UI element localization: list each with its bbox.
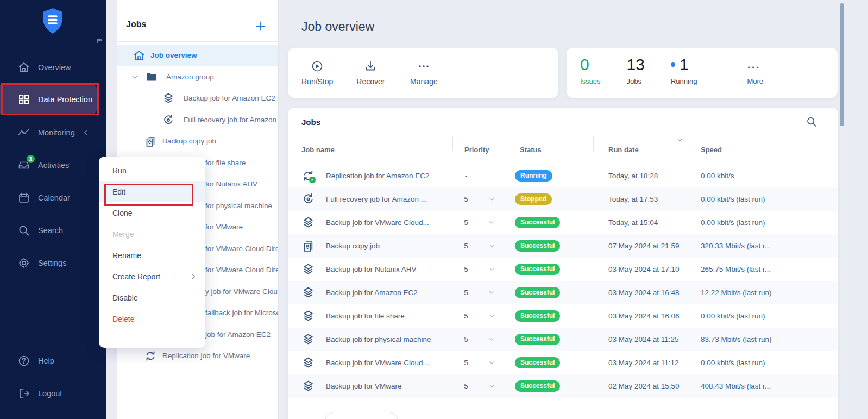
table-row[interactable]: Backup job for VMware Cloud... 5 Success… — [288, 351, 838, 374]
menu-item-edit[interactable]: Edit — [99, 181, 205, 202]
tree-item-replication-job-vmware[interactable]: Replication job for VMware — [117, 345, 279, 367]
backup-job-icon — [301, 262, 315, 276]
column-header-speed[interactable]: Speed — [701, 136, 722, 164]
recover-button[interactable]: Recover — [355, 60, 386, 86]
calendar-icon — [17, 191, 30, 204]
backup-job-icon — [301, 286, 315, 299]
column-separator — [694, 136, 694, 151]
table-row[interactable]: Backup job for VMware 5 Successful 02 Ma… — [288, 374, 838, 398]
tree-item-partial[interactable]: job for Amazon EC2 — [205, 324, 271, 346]
table-row[interactable]: Backup job for Amazon EC2 5 Successful 0… — [288, 281, 838, 304]
column-header-run-date[interactable]: Run date — [608, 136, 639, 164]
column-header-priority[interactable]: Priority — [464, 136, 489, 164]
status-badge: Successful — [515, 264, 560, 275]
tree-item-partial[interactable]: failback job for Microsof — [205, 302, 279, 324]
priority-dropdown-chevron-icon[interactable] — [488, 359, 496, 367]
running-dot-icon — [671, 62, 675, 67]
menu-item-delete[interactable]: Delete — [99, 308, 205, 329]
table-row[interactable]: Full recovery job for Amazon ... 5 Stopp… — [288, 187, 838, 211]
copy-job-icon — [301, 239, 315, 253]
table-row[interactable]: Backup copy job 5 Successful 07 May 2024… — [288, 234, 838, 258]
search-icon[interactable] — [806, 116, 817, 128]
priority-dropdown-chevron-icon[interactable] — [488, 242, 496, 250]
application-window: Overview Data Protection Monitoring 1 Ac… — [0, 0, 868, 419]
tree-item-partial[interactable]: for physical machine — [205, 195, 272, 217]
jobs-table-card: Jobs Job name Priority Status Run date S… — [288, 108, 838, 419]
stat-running[interactable]: 1 Running — [671, 55, 697, 85]
tree-item-amazon-group[interactable]: Amazon group — [117, 66, 279, 88]
jobs-table-title: Jobs — [301, 117, 320, 127]
table-row[interactable]: Backup job for VMware Cloud... 5 Success… — [288, 211, 838, 234]
column-header-job-name[interactable]: Job name — [301, 136, 335, 164]
tree-item-partial[interactable]: y job for VMware Cloud — [205, 281, 279, 303]
priority-dropdown-chevron-icon[interactable] — [488, 289, 496, 297]
status-badge: Successful — [515, 380, 560, 392]
priority-dropdown-chevron-icon[interactable] — [488, 335, 496, 343]
table-row[interactable]: Backup job for physical machine 5 Succes… — [288, 328, 838, 351]
show-more-button-partial[interactable] — [325, 412, 398, 419]
manage-button[interactable]: Manage — [408, 60, 439, 86]
job-summary-card: 0 Issues 13 Jobs 1 Running ... More — [567, 48, 838, 98]
stat-issues[interactable]: 0 Issues — [580, 55, 601, 85]
sidebar-item-logout[interactable]: Logout — [0, 380, 106, 407]
run-stop-button[interactable]: Run/Stop — [301, 60, 333, 86]
ellipsis-icon: ... — [747, 55, 763, 74]
inbox-icon: 1 — [17, 159, 30, 172]
jobs-panel-title: Jobs — [126, 20, 146, 29]
tree-item-partial[interactable]: for VMware Cloud Direc — [205, 238, 279, 260]
menu-item-disable[interactable]: Disable — [99, 287, 205, 308]
chevron-right-icon — [189, 272, 198, 281]
status-badge: Successful — [515, 357, 560, 368]
column-header-status[interactable]: Status — [520, 136, 542, 164]
gear-icon — [17, 257, 30, 270]
sidebar-item-activities[interactable]: 1 Activities — [0, 152, 106, 178]
priority-dropdown-chevron-icon[interactable] — [488, 382, 496, 390]
tree-item-partial[interactable]: for VMware Cloud Direc — [205, 259, 279, 281]
tree-item-backup-job-amazon-ec2[interactable]: Backup job for Amazon EC2 — [117, 87, 279, 109]
priority-dropdown-chevron-icon[interactable] — [488, 312, 496, 320]
menu-item-clone[interactable]: Clone — [99, 202, 205, 223]
sidebar-item-monitoring[interactable]: Monitoring — [0, 120, 106, 146]
sidebar-item-data-protection[interactable]: Data Protection — [0, 85, 97, 114]
main-sidebar: Overview Data Protection Monitoring 1 Ac… — [0, 0, 106, 419]
tree-item-backup-copy-job[interactable]: Backup copy job — [117, 130, 279, 152]
table-row[interactable]: Backup job for file share 5 Successful 0… — [288, 304, 838, 328]
backup-job-icon — [301, 356, 315, 370]
tree-item-partial[interactable]: for VMware — [205, 216, 243, 238]
status-badge: Running — [515, 170, 552, 182]
status-badge: Successful — [515, 240, 560, 252]
priority-dropdown-chevron-icon[interactable] — [488, 265, 496, 273]
sidebar-item-help[interactable]: Help — [0, 348, 106, 374]
sidebar-item-calendar[interactable]: Calendar — [0, 185, 106, 211]
sidebar-item-settings[interactable]: Settings — [0, 250, 106, 276]
sidebar-collapse-handle-icon[interactable] — [97, 39, 102, 43]
table-row[interactable]: Backup job for Nutanix AHV 5 Successful … — [288, 258, 838, 281]
add-job-button[interactable] — [254, 20, 267, 33]
sidebar-item-search[interactable]: Search — [0, 217, 106, 243]
sidebar-item-label: Settings — [38, 259, 66, 267]
column-separator — [593, 136, 594, 151]
table-row[interactable]: Replication job for Amazon EC2 - Running… — [288, 164, 838, 187]
priority-dropdown-chevron-icon[interactable] — [488, 195, 496, 203]
table-body: Replication job for Amazon EC2 - Running… — [288, 164, 838, 398]
tree-item-full-recovery-job-amazon[interactable]: Full recovery job for Amazon E — [117, 109, 279, 131]
folder-icon — [145, 71, 158, 84]
sort-chevron-down-icon[interactable] — [676, 136, 684, 144]
stat-more-button[interactable]: ... More — [747, 55, 763, 85]
menu-item-run[interactable]: Run — [99, 160, 205, 181]
tree-item-partial[interactable]: for Nutanix AHV — [205, 173, 257, 195]
menu-item-create-report[interactable]: Create Report — [99, 266, 205, 287]
job-context-menu: Run Edit Clone Merge Rename Create Repor… — [99, 157, 205, 348]
sidebar-item-label: Help — [38, 357, 54, 365]
status-badge: Stopped — [515, 193, 552, 205]
logout-icon — [17, 387, 30, 400]
vertical-scrollbar[interactable] — [840, 3, 844, 126]
menu-item-rename[interactable]: Rename — [99, 245, 205, 266]
sidebar-item-overview[interactable]: Overview — [0, 54, 106, 80]
chevron-down-icon[interactable] — [130, 73, 139, 82]
priority-dropdown-chevron-icon[interactable] — [488, 218, 496, 227]
tree-item-job-overview[interactable]: Job overview — [117, 45, 279, 66]
tree-item-partial[interactable]: for file share — [205, 152, 246, 174]
stat-jobs[interactable]: 13 Jobs — [627, 55, 645, 85]
app-shield-logo — [41, 8, 64, 35]
